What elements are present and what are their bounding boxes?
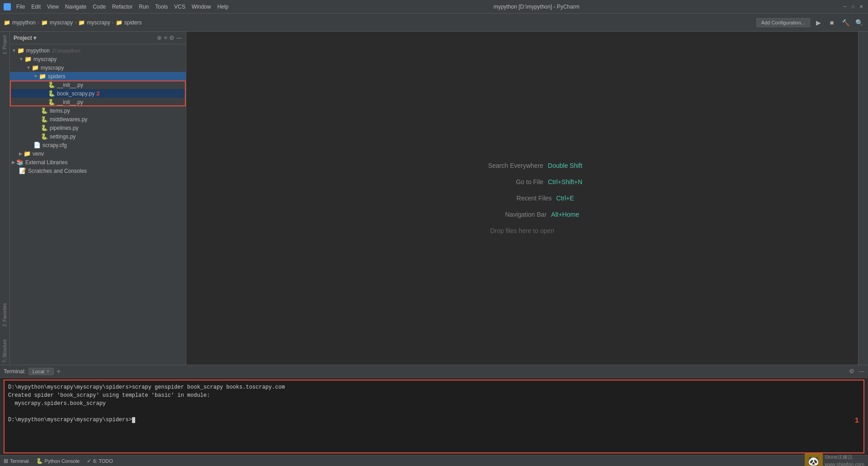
tree-items[interactable]: 🐍 items.py bbox=[10, 106, 186, 115]
breadcrumb-folder-icon3: 📁 bbox=[78, 19, 85, 26]
tree-myscrapy[interactable]: ▼ 📁 myscrapy bbox=[10, 55, 186, 63]
scratches-name: Scratches and Consoles bbox=[28, 168, 87, 174]
todo-label: 6: TODO bbox=[93, 458, 113, 464]
bottom-panel: Terminal: Local ✕ + ⚙ — D:\mypython\mysc… bbox=[0, 365, 868, 455]
breadcrumb-root[interactable]: mypython bbox=[12, 19, 36, 26]
tree-middlewares[interactable]: 🐍 middlewares.py bbox=[10, 115, 186, 124]
status-terminal[interactable]: ⊞ Terminal bbox=[4, 458, 29, 464]
menu-file[interactable]: File bbox=[14, 3, 28, 11]
todo-icon: ✓ bbox=[87, 458, 91, 464]
term-line-3: myscrapy.spiders.book_scrapy bbox=[8, 399, 860, 408]
title-controls: ─ □ ✕ bbox=[842, 4, 864, 10]
tree-inner-myscrapy[interactable]: ▼ 📁 myscrapy bbox=[10, 63, 186, 72]
maximize-button[interactable]: □ bbox=[850, 4, 856, 10]
structure-tab[interactable]: 7: Structure bbox=[1, 338, 8, 365]
settings-name: settings.py bbox=[50, 133, 75, 140]
menu-help[interactable]: Help bbox=[215, 3, 231, 11]
menu-run[interactable]: Run bbox=[136, 3, 151, 11]
terminal-hide-icon[interactable]: — bbox=[859, 368, 864, 375]
menu-refactor[interactable]: Refactor bbox=[109, 3, 135, 11]
terminal-settings-icon[interactable]: ⚙ bbox=[849, 368, 854, 375]
term-line-2: Created spider 'book_scrapy' using templ… bbox=[8, 391, 860, 399]
add-config-button[interactable]: Add Configuration... bbox=[756, 18, 810, 27]
term-line-1: D:\mypython\myscrapy\myscrapy\spiders>sc… bbox=[8, 383, 860, 391]
stop-button[interactable]: ■ bbox=[826, 17, 837, 28]
term-line-4 bbox=[8, 408, 860, 416]
project-tab[interactable]: 1: Project bbox=[1, 33, 8, 56]
venv-name: venv bbox=[33, 151, 44, 157]
menu-edit[interactable]: Edit bbox=[28, 3, 43, 11]
items-name: items.py bbox=[50, 108, 70, 114]
toolbar-search[interactable]: 🔍 bbox=[854, 17, 864, 28]
terminal-content[interactable]: D:\mypython\myscrapy\myscrapy\spiders>sc… bbox=[4, 380, 864, 453]
recent-key: Ctrl+E bbox=[556, 195, 574, 202]
collapse-all-icon[interactable]: ≡ bbox=[164, 34, 167, 41]
shortcut-search: Search Everywhere Double Shift bbox=[462, 162, 582, 169]
status-todo[interactable]: ✓ 6: TODO bbox=[87, 458, 113, 464]
tree-venv[interactable]: ▶ 📁 venv bbox=[10, 149, 186, 158]
tree-settings[interactable]: 🐍 settings.py bbox=[10, 132, 186, 141]
menu-code[interactable]: Code bbox=[90, 3, 108, 11]
tree-pipelines[interactable]: 🐍 pipelines.py bbox=[10, 124, 186, 132]
menu-view[interactable]: View bbox=[44, 3, 61, 11]
breadcrumb: 📁 mypython › 📁 myscrapy › 📁 myscrapy › 📁… bbox=[4, 19, 754, 26]
menu-window[interactable]: Window bbox=[189, 3, 214, 11]
terminal-header: Terminal: Local ✕ + ⚙ — bbox=[0, 365, 868, 378]
terminal-status-label: Terminal bbox=[10, 458, 29, 464]
cfg-name: scrapy.cfg bbox=[42, 142, 67, 148]
breadcrumb-folder-icon2: 📁 bbox=[41, 19, 48, 26]
title-text: mypython [D:\mypython] - PyCharm bbox=[231, 4, 842, 10]
goto-key: Ctrl+Shift+N bbox=[548, 178, 582, 185]
minimize-button[interactable]: ─ bbox=[842, 4, 848, 10]
menu-tools[interactable]: Tools bbox=[152, 3, 170, 11]
nav-label: Navigation Bar bbox=[465, 211, 547, 218]
tab-close-icon[interactable]: ✕ bbox=[46, 369, 50, 374]
breadcrumb-level1[interactable]: myscrapy bbox=[50, 19, 73, 26]
app-icon bbox=[4, 3, 11, 10]
project-title: Project ▾ bbox=[14, 35, 157, 41]
tree-spiders[interactable]: ▼ 📁 spiders bbox=[10, 72, 186, 81]
favorites-tab[interactable]: 2: Favorites bbox=[1, 301, 8, 328]
settings-icon[interactable]: ⚙ bbox=[169, 34, 175, 41]
new-terminal-button[interactable]: + bbox=[57, 367, 61, 376]
status-bar: ⊞ Terminal 🐍 Python Console ✓ 6: TODO 🐼 … bbox=[0, 455, 868, 466]
terminal-tab-local[interactable]: Local ✕ bbox=[28, 368, 54, 375]
project-panel: Project ▾ ⊕ ≡ ⚙ — ▼ 📁 mypython D:\mypyth… bbox=[10, 32, 186, 365]
watermark-image: 🐼 bbox=[805, 452, 823, 466]
title-bar: File Edit View Navigate Code Refactor Ru… bbox=[0, 0, 868, 14]
menu-vcs[interactable]: VCS bbox=[171, 3, 188, 11]
tree-book-scrapy[interactable]: 🐍 book_scrapy.py 2 bbox=[10, 89, 186, 98]
menu-bar: File Edit View Navigate Code Refactor Ru… bbox=[14, 3, 231, 11]
hide-icon[interactable]: — bbox=[176, 34, 182, 41]
init2-name: __init__.py bbox=[57, 99, 83, 105]
terminal-label: Terminal: bbox=[4, 368, 26, 375]
goto-label: Go to File bbox=[462, 178, 543, 185]
locate-file-icon[interactable]: ⊕ bbox=[157, 34, 162, 41]
tree-init1[interactable]: 🐍 __init__.py bbox=[10, 81, 186, 89]
terminal-cursor bbox=[132, 417, 135, 423]
editor-empty: Search Everywhere Double Shift Go to Fil… bbox=[186, 32, 858, 365]
project-header: Project ▾ ⊕ ≡ ⚙ — bbox=[10, 32, 186, 44]
tree-scratches[interactable]: 📝 Scratches and Consoles bbox=[10, 166, 186, 175]
breadcrumb-level3[interactable]: spiders bbox=[124, 19, 142, 26]
tree-cfg[interactable]: 📄 scrapy.cfg bbox=[10, 141, 186, 149]
init1-name: __init__.py bbox=[57, 82, 83, 88]
terminal-status-icon: ⊞ bbox=[4, 458, 8, 464]
search-key: Double Shift bbox=[548, 162, 582, 169]
run-button[interactable]: ▶ bbox=[813, 17, 824, 28]
term-line-5: D:\mypython\myscrapy\myscrapy\spiders> bbox=[8, 416, 860, 424]
breadcrumb-level2[interactable]: myscrapy bbox=[87, 19, 110, 26]
build-button[interactable]: 🔨 bbox=[840, 17, 851, 28]
tree-init2[interactable]: 🐍 __init__.py bbox=[10, 98, 186, 106]
spiders-name: spiders bbox=[48, 73, 66, 80]
right-sidebar bbox=[858, 32, 868, 365]
menu-navigate[interactable]: Navigate bbox=[62, 3, 89, 11]
toolbar-actions: ▶ ■ 🔨 🔍 bbox=[813, 17, 864, 28]
book-scrapy-name: book_scrapy.py bbox=[57, 90, 94, 97]
myscrapy-name: myscrapy bbox=[33, 56, 57, 62]
status-python-console[interactable]: 🐍 Python Console bbox=[36, 458, 80, 464]
tree-root[interactable]: ▼ 📁 mypython D:\mypython bbox=[10, 46, 186, 55]
tree-extlibs[interactable]: ▶ 📚 External Libraries bbox=[10, 158, 186, 166]
main-area: 1: Project 2: Favorites 7: Structure Pro… bbox=[0, 32, 868, 365]
close-button[interactable]: ✕ bbox=[858, 4, 864, 10]
